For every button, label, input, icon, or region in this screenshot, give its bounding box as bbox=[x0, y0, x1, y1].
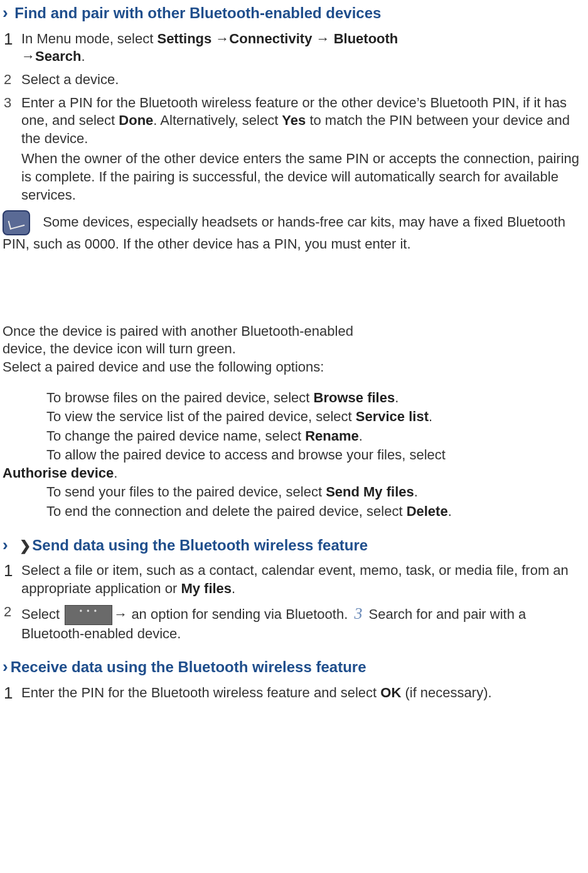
step-body: Select a file or item, such as a contact… bbox=[21, 562, 585, 597]
bold: OK bbox=[380, 685, 401, 700]
step-number: 1 bbox=[4, 562, 21, 597]
paragraph: Once the device is paired with another B… bbox=[3, 323, 585, 341]
bold: Done bbox=[119, 112, 153, 128]
text: Select bbox=[21, 606, 63, 622]
step-body: Enter a PIN for the Bluetooth wireless f… bbox=[21, 94, 585, 205]
inline-step-number: 3 bbox=[354, 604, 362, 623]
step-1: 1 Enter the PIN for the Bluetooth wirele… bbox=[4, 684, 585, 702]
paragraph: device, the device icon will turn green. bbox=[3, 340, 585, 358]
step-body: Enter the PIN for the Bluetooth wireless… bbox=[21, 684, 585, 702]
note-icon bbox=[3, 210, 30, 235]
step-body: Select a device. bbox=[21, 71, 585, 89]
option-authorise-device: To allow the paired device to access and… bbox=[3, 446, 585, 482]
arrow: → bbox=[215, 31, 229, 46]
bold: Search bbox=[35, 48, 81, 64]
heading-text: Receive data using the Bluetooth wireles… bbox=[11, 658, 366, 675]
heading-text: Find and pair with other Bluetooth-enabl… bbox=[14, 4, 381, 21]
bold: Authorise device bbox=[3, 465, 114, 481]
text: Select a file or item, such as a contact… bbox=[21, 562, 569, 596]
bold: Settings bbox=[157, 31, 215, 46]
bold: Rename bbox=[305, 428, 359, 444]
note: Some devices, especially headsets or han… bbox=[3, 210, 585, 254]
heading-text: Send data using the Bluetooth wireless f… bbox=[32, 537, 368, 554]
text: When the owner of the other device enter… bbox=[21, 150, 585, 204]
heading-find-pair: › Find and pair with other Bluetooth-ena… bbox=[3, 3, 585, 24]
spacer bbox=[3, 254, 585, 323]
bold: Connectivity bbox=[229, 31, 316, 46]
option-rename: To change the paired device name, select… bbox=[3, 427, 585, 446]
bold: Delete bbox=[407, 503, 448, 519]
step-3: 3 Enter a PIN for the Bluetooth wireless… bbox=[4, 94, 585, 205]
chevron-icon: › bbox=[3, 3, 8, 22]
step-number: 3 bbox=[4, 94, 21, 205]
chevron-icon: › bbox=[3, 535, 8, 554]
text: To view the service list of the paired d… bbox=[46, 409, 356, 424]
bold: Send My files bbox=[326, 484, 414, 500]
text: . bbox=[395, 390, 398, 405]
text: . bbox=[429, 409, 432, 424]
text: To end the connection and delete the pai… bbox=[46, 503, 407, 519]
text: . Alternatively, select bbox=[153, 112, 282, 128]
heading-receive-data: ›Receive data using the Bluetooth wirele… bbox=[3, 656, 585, 678]
arrow: → bbox=[21, 48, 35, 64]
step-2: 2 Select a device. bbox=[4, 71, 585, 89]
step-1: 1 Select a file or item, such as a conta… bbox=[4, 562, 585, 597]
text: . bbox=[359, 428, 363, 444]
step-body: Select → an option for sending via Bluet… bbox=[21, 603, 585, 643]
step-number: 1 bbox=[4, 684, 21, 702]
text: To change the paired device name, select bbox=[46, 428, 305, 444]
bold: Yes bbox=[282, 112, 306, 128]
step-body: In Menu mode, select Settings →Connectiv… bbox=[21, 30, 585, 66]
text: . bbox=[81, 48, 85, 64]
text: → an option for sending via Bluetooth. bbox=[114, 606, 351, 622]
text: To browse files on the paired device, se… bbox=[46, 390, 314, 405]
step-number: 1 bbox=[4, 30, 21, 66]
bold: My files bbox=[181, 581, 232, 596]
bold: Browse files bbox=[314, 390, 395, 405]
option-service-list: To view the service list of the paired d… bbox=[3, 408, 585, 426]
option-send-my-files: To send your files to the paired device,… bbox=[3, 483, 585, 501]
options-list: To browse files on the paired device, se… bbox=[3, 389, 585, 521]
text: In Menu mode, select bbox=[21, 31, 157, 46]
chevron-icon-black: ❯ bbox=[19, 538, 31, 554]
chevron-icon: › bbox=[3, 657, 8, 676]
note-text: Some devices, especially headsets or han… bbox=[3, 214, 565, 252]
step-2: 2 Select → an option for sending via Blu… bbox=[4, 603, 585, 643]
spacer bbox=[3, 377, 585, 388]
text: (if necessary). bbox=[401, 685, 491, 700]
paragraph: Select a paired device and use the follo… bbox=[3, 358, 585, 377]
text: . bbox=[114, 465, 117, 481]
menu-icon bbox=[65, 605, 112, 625]
text: To send your files to the paired device,… bbox=[46, 484, 326, 500]
step-number: 2 bbox=[4, 71, 21, 89]
text: To allow the paired device to access and… bbox=[3, 447, 446, 463]
bold: Bluetooth bbox=[334, 31, 398, 46]
option-delete: To end the connection and delete the pai… bbox=[3, 503, 585, 521]
text: Enter the PIN for the Bluetooth wireless… bbox=[21, 685, 380, 700]
text: . bbox=[414, 484, 418, 500]
text: . bbox=[232, 581, 235, 596]
step-1: 1 In Menu mode, select Settings →Connect… bbox=[4, 30, 585, 66]
step-number: 2 bbox=[4, 603, 21, 643]
text: . bbox=[448, 503, 452, 519]
bold: Service list bbox=[356, 409, 429, 424]
arrow: → bbox=[316, 31, 334, 46]
option-browse-files: To browse files on the paired device, se… bbox=[3, 389, 585, 407]
heading-send-data: › ❯Send data using the Bluetooth wireles… bbox=[3, 535, 585, 556]
